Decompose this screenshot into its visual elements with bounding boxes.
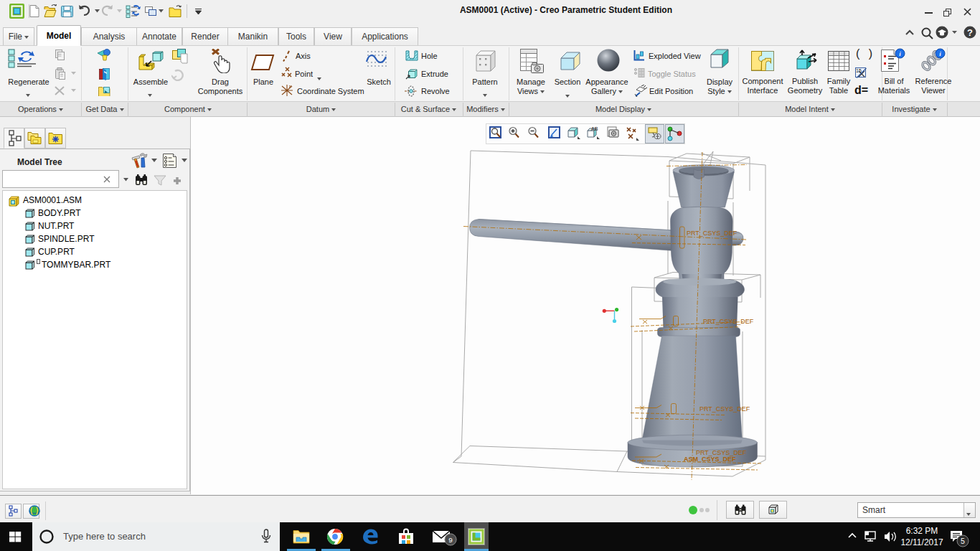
svg-text:?: ? <box>967 27 973 38</box>
svg-text:5: 5 <box>961 537 965 545</box>
svg-text:9: 9 <box>448 536 453 544</box>
svg-text:ASM_CSYS_DEF: ASM_CSYS_DEF <box>684 456 736 463</box>
svg-text:AB: AB <box>591 126 598 131</box>
svg-text:PRT_CSYS_DEF: PRT_CSYS_DEF <box>699 405 750 413</box>
svg-text:PRT_CSYS_DEF: PRT_CSYS_DEF <box>703 318 754 325</box>
svg-text:PRT_CSYS_DEF: PRT_CSYS_DEF <box>687 230 738 237</box>
